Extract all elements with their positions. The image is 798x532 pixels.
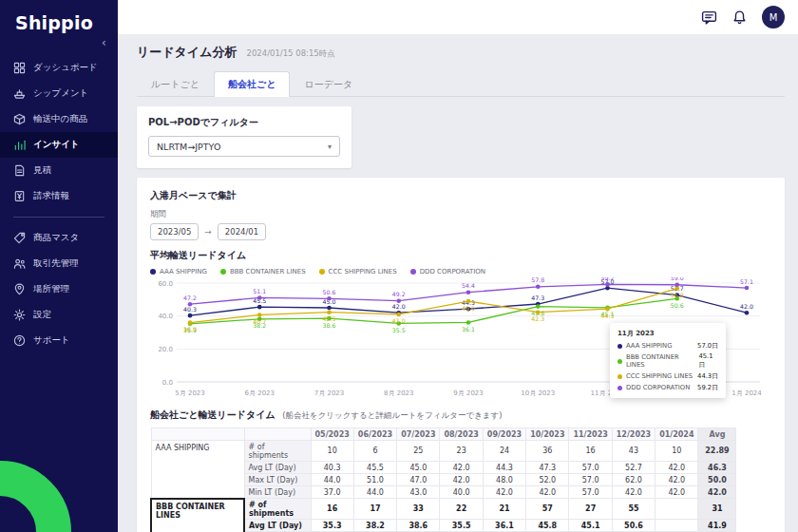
value-cell: 47.3 — [526, 462, 569, 474]
value-cell: 23 — [440, 441, 483, 462]
sidebar-item-product-master[interactable]: 商品マスタ — [0, 225, 118, 251]
svg-text:51.1: 51.1 — [253, 288, 266, 294]
metric-cell: # of shipments — [244, 441, 311, 462]
value-cell: 40.3 — [311, 462, 353, 474]
avg-cell: 31 — [698, 499, 736, 520]
value-cell: 42.0 — [656, 462, 698, 474]
legend-dot — [220, 269, 226, 275]
tooltip-row: AAA SHIPPING57.0日 — [618, 341, 718, 351]
sidebar-item-quote[interactable]: 見積 — [0, 158, 118, 183]
company-cell[interactable]: AAA SHIPPING — [151, 441, 244, 499]
svg-text:5月 2023: 5月 2023 — [175, 390, 205, 397]
tooltip-series-name: BBB CONTAINER LINES — [626, 353, 694, 369]
tab-0[interactable]: ルートごと — [137, 71, 214, 97]
svg-text:6月 2023: 6月 2023 — [245, 390, 276, 397]
avatar[interactable]: M — [762, 6, 785, 28]
sidebar-item-dashboard[interactable]: ダッシュボード — [0, 55, 118, 81]
value-cell: 45.8 — [526, 520, 569, 532]
value-cell: 51.0 — [353, 474, 396, 486]
page-head: リードタイム分析 2024/01/15 08:15時点 — [137, 44, 785, 61]
legend-item[interactable]: BBB CONTAINER LINES — [220, 268, 306, 276]
value-cell: 42.0 — [440, 474, 483, 486]
value-cell: 42.0 — [656, 486, 698, 499]
sidebar-item-label: 商品マスタ — [33, 232, 79, 244]
sidebar-item-ship[interactable]: シップメント — [0, 81, 118, 106]
messages-icon[interactable] — [701, 10, 717, 26]
tab-1[interactable]: 船会社ごと — [214, 71, 290, 97]
sidebar-item-location[interactable]: 場所管理 — [0, 276, 118, 302]
value-cell: 42.0 — [483, 486, 525, 499]
value-cell: 45.1 — [569, 520, 612, 532]
period-to-input[interactable]: 2024/01 — [218, 223, 266, 240]
avg-cell: 42.0 — [698, 486, 736, 499]
value-cell: 6 — [353, 441, 396, 462]
notifications-bell-icon[interactable] — [732, 10, 748, 26]
value-cell: 16 — [569, 441, 612, 462]
tab-2[interactable]: ローデータ — [290, 71, 367, 97]
sidebar-item-insights[interactable]: インサイト — [0, 132, 118, 158]
sidebar-item-label: 輸送中の商品 — [33, 113, 87, 125]
period-from-input[interactable]: 2023/05 — [150, 223, 199, 240]
legend-item[interactable]: AAA SHIPPING — [150, 268, 207, 276]
value-cell: 47.0 — [397, 474, 440, 486]
filter-card: POL→PODでフィルター NLRTM→JPTYO ▾ — [137, 106, 352, 168]
avg-cell: 46.3 — [698, 462, 736, 474]
value-cell: 45.0 — [397, 462, 440, 474]
svg-text:0.0: 0.0 — [162, 379, 173, 387]
svg-text:42.3: 42.3 — [323, 315, 336, 322]
tooltip-series-value: 59.2日 — [697, 383, 718, 392]
value-cell: 40.0 — [440, 486, 483, 499]
sidebar: Shippio ‹ ダッシュボードシップメント輸送中の商品インサイト見積請求情報… — [0, 0, 118, 532]
sidebar-item-settings[interactable]: 設定 — [0, 302, 118, 328]
value-cell: 37.0 — [311, 486, 353, 499]
legend-item[interactable]: DDD CORPORATION — [410, 268, 485, 276]
value-cell: 10 — [656, 441, 698, 462]
sidebar-item-label: シップメント — [33, 87, 88, 100]
value-cell: 43 — [612, 441, 655, 462]
value-cell: 17 — [353, 499, 396, 520]
svg-text:40.3: 40.3 — [183, 306, 197, 313]
svg-text:8月 2023: 8月 2023 — [384, 390, 414, 397]
column-header: 09/2023 — [483, 428, 525, 441]
value-cell: 38.6 — [397, 520, 440, 532]
settings-icon — [13, 309, 26, 321]
sidebar-item-box[interactable]: 輸送中の商品 — [0, 106, 118, 132]
svg-text:42.0: 42.0 — [740, 303, 753, 310]
value-cell: 42.0 — [440, 462, 483, 474]
column-header: 06/2023 — [353, 428, 396, 441]
sidebar-item-billing[interactable]: 請求情報 — [0, 183, 118, 209]
value-cell: 55 — [612, 499, 655, 520]
period-row: 2023/05 → 2024/01 — [150, 223, 771, 240]
legend-item[interactable]: CCC SHIPPING LINES — [319, 268, 397, 276]
support-icon — [13, 334, 26, 347]
sidebar-collapse-button[interactable]: ‹ — [0, 33, 118, 55]
column-header: 08/2023 — [440, 428, 483, 441]
svg-text:50.6: 50.6 — [671, 302, 684, 309]
svg-text:47.3: 47.3 — [531, 294, 544, 301]
company-cell[interactable]: BBB CONTAINER LINES — [151, 499, 244, 532]
chart-title: 平均輸送リードタイム — [150, 249, 771, 262]
product-master-icon — [13, 232, 26, 244]
tooltip-series-name: AAA SHIPPING — [626, 342, 672, 350]
arrow-right-icon: → — [204, 227, 212, 237]
sidebar-item-support[interactable]: サポート — [0, 328, 118, 353]
value-cell: 43.0 — [397, 486, 440, 499]
legend-label: DDD CORPORATION — [420, 268, 485, 276]
sidebar-item-label: 設定 — [33, 309, 51, 321]
column-header: 10/2023 — [526, 428, 569, 441]
sidebar-item-partners[interactable]: 取引先管理 — [0, 251, 118, 276]
metric-cell: Avg LT (Day) — [244, 520, 311, 532]
svg-text:42.3: 42.3 — [531, 315, 544, 322]
value-cell: 44.3 — [483, 462, 525, 474]
svg-text:7月 2023: 7月 2023 — [314, 390, 345, 397]
tabs: ルートごと船会社ごとローデータ — [137, 70, 785, 97]
main: M リードタイム分析 2024/01/15 08:15時点 ルートごと船会社ごと… — [118, 0, 798, 532]
dashboard-icon — [13, 62, 26, 74]
svg-text:10月 2023: 10月 2023 — [521, 390, 555, 397]
pol-pod-select[interactable]: NLRTM→JPTYO ▾ — [148, 136, 340, 157]
svg-text:60.0: 60.0 — [158, 280, 173, 288]
value-cell: 25 — [397, 441, 440, 462]
metric-cell: # of shipments — [244, 499, 311, 520]
tooltip-series-value: 44.3日 — [697, 371, 718, 381]
legend-dot — [410, 269, 416, 275]
